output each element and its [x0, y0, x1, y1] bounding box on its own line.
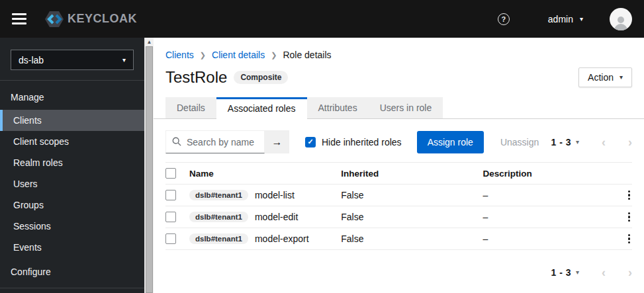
next-page-icon[interactable]: › — [628, 267, 632, 278]
table-row: dslb#tenant1 model-list False – — [165, 185, 632, 206]
table-row: dslb#tenant1 model-export False – — [165, 228, 632, 250]
main-content: Clients ❯ Client details ❯ Role details … — [154, 38, 644, 293]
sidebar-item-groups[interactable]: Groups — [0, 194, 144, 216]
column-header-name: Name — [189, 169, 341, 179]
avatar[interactable] — [610, 8, 632, 30]
sidebar-item-label: Groups — [13, 200, 44, 210]
table-header-row: Name Inherited Description — [165, 163, 632, 185]
scroll-up-icon[interactable]: ▲ — [145, 38, 154, 46]
prev-page-icon[interactable]: ‹ — [602, 267, 606, 278]
description-value: – — [483, 233, 618, 244]
inherited-value: False — [341, 190, 483, 200]
breadcrumb-separator-icon: ❯ — [271, 51, 277, 60]
realm-selector[interactable]: ds-lab ▾ — [11, 50, 134, 70]
brand-wordmark: KEYCLOAK — [68, 12, 137, 26]
search-submit-button[interactable]: → — [265, 130, 289, 153]
row-checkbox[interactable] — [165, 233, 176, 244]
tab-users-in-role[interactable]: Users in role — [369, 97, 443, 119]
masthead: KEYCLOAK ? admin ▾ — [0, 0, 644, 38]
row-checkbox[interactable] — [165, 190, 176, 200]
top-pagination: 1 - 3 ▾ ‹ › — [551, 136, 632, 148]
sidebar-item-label: Clients — [13, 115, 42, 126]
kebab-menu-icon[interactable] — [626, 232, 633, 246]
vertical-scrollbar[interactable]: ▲ — [144, 38, 154, 293]
realm-selector-value: ds-lab — [19, 55, 44, 65]
unassign-button[interactable]: Unassign — [500, 137, 539, 147]
chevron-down-icon: ▾ — [122, 57, 126, 63]
table-row: dslb#tenant1 model-edit False – — [165, 206, 632, 228]
description-value: – — [483, 212, 618, 222]
sidebar-item-label: Client scopes — [13, 136, 69, 147]
bottom-pagination: 1 - 3 ▾ ‹ › — [165, 267, 632, 278]
sidebar: ds-lab ▾ Manage Clients Client scopes Re… — [0, 38, 144, 293]
next-page-icon[interactable]: › — [628, 136, 632, 148]
pagination-range: 1 - 3 — [551, 267, 571, 278]
hide-inherited-checkbox[interactable]: ✓ — [305, 137, 316, 147]
tabs: Details Associated roles Attributes User… — [165, 97, 632, 122]
action-dropdown-label: Action — [588, 72, 614, 83]
prev-page-icon[interactable]: ‹ — [602, 136, 606, 148]
sidebar-item-clients[interactable]: Clients — [0, 110, 144, 131]
chevron-down-icon[interactable]: ▾ — [576, 139, 579, 146]
hide-inherited-checkbox-group[interactable]: ✓ Hide inherited roles — [305, 137, 402, 147]
tab-label: Associated roles — [228, 103, 296, 114]
role-name: model-list — [255, 190, 295, 200]
breadcrumb-clients-link[interactable]: Clients — [165, 50, 194, 60]
sidebar-item-users[interactable]: Users — [0, 173, 144, 194]
assign-role-button[interactable]: Assign role — [417, 131, 484, 153]
client-badge: dslb#tenant1 — [189, 212, 248, 222]
tab-attributes[interactable]: Attributes — [307, 97, 369, 119]
sidebar-section-manage: Manage — [0, 81, 144, 110]
tab-label: Attributes — [318, 103, 357, 113]
role-name: model-edit — [255, 212, 298, 222]
select-all-checkbox[interactable] — [165, 168, 176, 179]
sidebar-item-sessions[interactable]: Sessions — [0, 216, 144, 237]
sidebar-item-label: Users — [13, 179, 38, 189]
hide-inherited-label: Hide inherited roles — [322, 137, 402, 147]
sidebar-item-events[interactable]: Events — [0, 237, 144, 258]
scrollbar-thumb[interactable] — [146, 46, 153, 293]
keycloak-hexagon-icon — [44, 10, 65, 28]
tab-label: Users in role — [380, 103, 432, 113]
column-header-description: Description — [483, 169, 618, 179]
inherited-value: False — [341, 212, 483, 222]
toolbar: → ✓ Hide inherited roles Assign role Una… — [165, 130, 632, 153]
client-badge: dslb#tenant1 — [189, 190, 248, 200]
username-label: admin — [548, 14, 573, 24]
tab-associated-roles[interactable]: Associated roles — [216, 97, 307, 122]
role-name: model-export — [255, 233, 309, 244]
pagination-range: 1 - 3 — [551, 137, 571, 147]
inherited-value: False — [341, 233, 483, 244]
hamburger-menu-icon[interactable] — [12, 13, 28, 24]
user-silhouette-icon — [612, 15, 629, 30]
search-icon — [172, 137, 181, 149]
sidebar-item-client-scopes[interactable]: Client scopes — [0, 131, 144, 152]
associated-roles-table: Name Inherited Description dslb#tenant1 … — [165, 162, 632, 250]
sidebar-item-label: Sessions — [13, 221, 51, 231]
breadcrumb-current: Role details — [283, 50, 331, 60]
tab-details[interactable]: Details — [165, 97, 216, 119]
keycloak-logo: KEYCLOAK — [44, 10, 137, 28]
chevron-down-icon: ▾ — [620, 74, 623, 81]
tab-label: Details — [177, 103, 205, 113]
breadcrumb-client-details-link[interactable]: Client details — [212, 50, 265, 60]
sidebar-item-label: Events — [13, 242, 42, 253]
help-icon[interactable]: ? — [498, 13, 510, 25]
row-checkbox[interactable] — [165, 212, 176, 222]
chevron-down-icon[interactable]: ▾ — [576, 269, 579, 276]
chevron-down-icon: ▾ — [580, 16, 583, 22]
breadcrumb: Clients ❯ Client details ❯ Role details — [165, 50, 632, 60]
description-value: – — [483, 190, 618, 200]
page-title: TestRole — [165, 68, 227, 87]
breadcrumb-separator-icon: ❯ — [200, 51, 206, 60]
sidebar-item-label: Realm roles — [13, 157, 63, 168]
sidebar-item-realm-roles[interactable]: Realm roles — [0, 152, 144, 173]
kebab-menu-icon[interactable] — [626, 188, 633, 202]
action-dropdown-button[interactable]: Action ▾ — [578, 67, 632, 87]
sidebar-section-configure: Configure — [0, 257, 144, 288]
kebab-menu-icon[interactable] — [626, 210, 633, 224]
user-menu[interactable]: admin ▾ — [548, 14, 583, 24]
column-header-inherited: Inherited — [341, 169, 483, 179]
client-badge: dslb#tenant1 — [189, 233, 248, 244]
composite-badge: Composite — [234, 71, 288, 84]
